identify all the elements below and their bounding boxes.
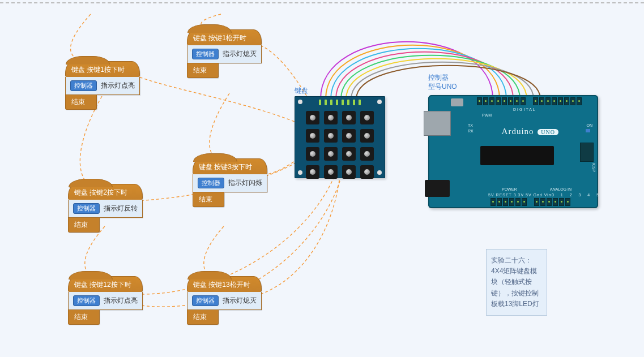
hat: 键盘 按键1松开时 — [187, 29, 262, 45]
keypad-key[interactable] — [342, 165, 356, 179]
power-analog-header — [491, 198, 570, 206]
controller-chip: 控制器 — [198, 178, 224, 188]
action-text: 指示灯熄灭 — [223, 50, 257, 58]
diagram-canvas: 键盘 按键1按下时 控制器 指示灯点亮 结束 键盘 按键1松开时 控制器 指示灯… — [0, 0, 644, 357]
action-row: 控制器 指示灯反转 — [68, 200, 143, 218]
hat-device: 键盘 — [193, 34, 207, 42]
action-row: 控制器 指示灯熄灭 — [187, 292, 262, 310]
keypad-key[interactable] — [360, 111, 374, 124]
icsp-label: ICSP — [592, 163, 596, 172]
digital-header — [477, 97, 582, 105]
keypad-key[interactable] — [324, 111, 338, 124]
action-text: 指示灯点亮 — [104, 296, 138, 304]
hat-event: 按键3按下时 — [214, 163, 252, 171]
on-led — [586, 129, 590, 132]
keypad-key[interactable] — [360, 129, 374, 143]
hat: 键盘 按键12按下时 — [68, 276, 143, 292]
hat: 键盘 按键2按下时 — [68, 184, 143, 200]
keypad-key[interactable] — [342, 111, 356, 124]
arduino-board[interactable]: Arduino UNO ON TX RX DIGITAL PWM ICSP PO… — [428, 95, 598, 208]
controller-label-line1: 控制器 — [428, 74, 457, 83]
keypad-key[interactable] — [342, 129, 356, 143]
digital-label: DIGITAL — [513, 107, 536, 111]
end-row: 结束 — [193, 192, 224, 207]
keypad-button-grid — [306, 111, 374, 179]
action-row: 控制器 指示灯点亮 — [68, 292, 143, 310]
controller-chip: 控制器 — [192, 295, 219, 306]
hat-device: 键盘 — [74, 281, 88, 289]
hat-device: 键盘 — [199, 163, 212, 171]
keypad-key[interactable] — [306, 111, 319, 124]
uno-badge: UNO — [538, 129, 558, 135]
action-text: 指示灯点亮 — [101, 81, 135, 89]
hat-event: 按键1松开时 — [208, 34, 246, 42]
end-row: 结束 — [68, 310, 100, 325]
hat-event: 按键1按下时 — [87, 66, 125, 74]
end-row: 结束 — [68, 218, 100, 233]
experiment-note: 实验二十六：4X4矩阵键盘模块（轻触式按键），按键控制板载13脚LED灯 — [486, 249, 547, 316]
hat-device: 键盘 — [74, 188, 88, 196]
atmega-chip — [480, 146, 554, 165]
action-row: 控制器 指示灯闪烁 — [193, 174, 267, 192]
icsp-header — [580, 143, 594, 162]
end-row: 结束 — [65, 95, 97, 110]
power-jack — [425, 180, 450, 197]
power-pins: 5V RESET 3.3V 5V Gnd Vin — [488, 193, 552, 197]
hat-device: 键盘 — [71, 66, 85, 74]
hat: 键盘 按键1按下时 — [65, 61, 140, 77]
keypad-module[interactable] — [295, 96, 385, 178]
keypad-key[interactable] — [324, 165, 338, 179]
event-block-key12-press[interactable]: 键盘 按键12按下时 控制器 指示灯点亮 结束 — [68, 276, 143, 325]
controller-chip: 控制器 — [70, 80, 97, 91]
rx-label: RX — [468, 129, 474, 133]
hat-event: 按键12按下时 — [89, 281, 131, 289]
keypad-key[interactable] — [306, 165, 319, 179]
usb-port — [424, 111, 451, 136]
pwm-label: PWM — [482, 113, 492, 117]
event-block-key2-press[interactable]: 键盘 按键2按下时 控制器 指示灯反转 结束 — [68, 184, 143, 233]
hat: 键盘 按键13松开时 — [187, 276, 262, 292]
keypad-key[interactable] — [360, 147, 374, 161]
hat-event: 按键13松开时 — [208, 281, 250, 289]
controller-label-line2: 型号UNO — [428, 83, 457, 92]
reset-button[interactable] — [451, 98, 463, 106]
controller-chip: 控制器 — [192, 49, 219, 59]
end-row: 结束 — [187, 310, 219, 325]
arduino-brand: Arduino UNO — [502, 127, 558, 136]
event-block-key3-press[interactable]: 键盘 按键3按下时 控制器 指示灯闪烁 结束 — [193, 158, 267, 207]
action-text: 指示灯反转 — [104, 204, 138, 212]
keypad-label: 键盘 — [295, 86, 308, 96]
action-text: 指示灯熄灭 — [223, 296, 257, 304]
controller-chip: 控制器 — [73, 295, 100, 306]
controller-label: 控制器 型号UNO — [428, 74, 457, 91]
action-row: 控制器 指示灯熄灭 — [187, 45, 262, 63]
note-text: 实验二十六：4X4矩阵键盘模块（轻触式按键），按键控制板载13脚LED灯 — [491, 256, 539, 308]
event-block-key1-release[interactable]: 键盘 按键1松开时 控制器 指示灯熄灭 结束 — [187, 29, 262, 78]
action-text: 指示灯闪烁 — [228, 179, 262, 187]
ruler-dash — [0, 2, 644, 3]
power-label: POWER — [502, 187, 517, 191]
event-block-key13-release[interactable]: 键盘 按键13松开时 控制器 指示灯熄灭 结束 — [187, 276, 262, 325]
keypad-key[interactable] — [342, 147, 356, 161]
keypad-key[interactable] — [324, 129, 338, 143]
hat-event: 按键2按下时 — [89, 188, 127, 196]
event-block-key1-press[interactable]: 键盘 按键1按下时 控制器 指示灯点亮 结束 — [65, 61, 140, 110]
controller-chip: 控制器 — [73, 203, 100, 214]
hat: 键盘 按键3按下时 — [193, 158, 267, 174]
on-label: ON — [587, 123, 593, 127]
brand-text: Arduino — [502, 127, 534, 136]
keypad-key[interactable] — [306, 147, 319, 161]
analog-pins: 0 1 2 3 4 5 — [552, 193, 602, 197]
analog-label: ANALOG IN — [550, 187, 572, 191]
action-row: 控制器 指示灯点亮 — [65, 77, 140, 95]
hat-device: 键盘 — [193, 281, 207, 289]
end-row: 结束 — [187, 63, 219, 78]
tx-label: TX — [468, 123, 473, 127]
keypad-key[interactable] — [306, 129, 319, 143]
keypad-key[interactable] — [324, 147, 338, 161]
keypad-key[interactable] — [360, 165, 374, 179]
